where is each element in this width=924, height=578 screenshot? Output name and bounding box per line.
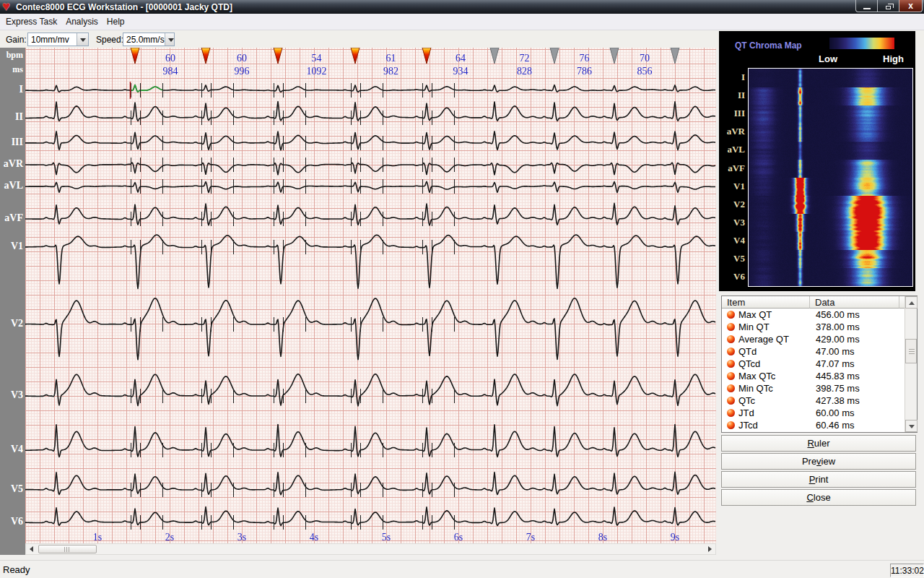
lead-label-V6: V6 [0,516,23,527]
gain-dropdown-arrow-icon[interactable] [77,33,88,46]
scale-low-label: Low [819,53,837,64]
result-bullet-icon [727,335,735,343]
chroma-lead-label-V3: V3 [719,217,745,228]
lead-label-V4: V4 [0,444,23,455]
result-row-average-qt[interactable]: Average QT429.00 ms [722,333,905,345]
qt-chroma-map-panel: QT Chroma Map Low High IIIIIIaVRaVLaVFV1… [719,31,915,291]
gain-label: Gain: [6,35,27,45]
status-text: Ready [3,564,30,575]
restore-button[interactable] [877,0,899,12]
scale-high-label: High [883,53,904,64]
result-row-min-qtc[interactable]: Min QTc398.75 ms [722,382,905,394]
result-row-max-qt[interactable]: Max QT456.00 ms [722,309,905,321]
result-row-min-qt[interactable]: Min QT378.00 ms [722,321,905,333]
qt-results-table: Item Data Max QT456.00 msMin QT378.00 ms… [721,296,918,433]
lead-label-aVF: aVF [0,212,23,224]
scroll-up-icon[interactable] [905,296,918,309]
result-bullet-icon [727,397,735,405]
result-item-label: QTc [738,395,755,406]
scroll-left-icon[interactable] [30,546,33,552]
ecg-strip-chart[interactable] [25,48,716,543]
speed-select[interactable]: 25.0mm/s [123,33,175,46]
menu-item-express-task[interactable]: Express Task [6,17,57,27]
result-item-value: 445.83 ms [816,371,860,381]
menu-item-analysis[interactable]: Analysis [66,17,98,27]
column-header-item[interactable]: Item [722,296,810,309]
result-bullet-icon [727,409,735,417]
lead-label-II: II [0,111,23,123]
result-row-qtcd[interactable]: QTcd47.07 ms [722,358,905,370]
window-title: Contec8000 ECG Workstation - [0000001 Ja… [16,2,232,12]
chroma-lead-label-II: II [719,90,745,101]
chroma-heatmap-frame [748,68,913,287]
chroma-lead-label-V6: V6 [719,271,745,282]
result-item-label: QTd [738,346,757,357]
result-row-qtc[interactable]: QTc427.38 ms [722,394,905,407]
result-item-value: 60.46 ms [816,420,854,431]
result-row-qtd[interactable]: QTd47.00 ms [722,345,905,358]
menu-item-help[interactable]: Help [107,17,125,27]
minimize-button[interactable] [855,0,878,12]
result-bullet-icon [727,372,735,380]
chroma-lead-label-aVF: aVF [719,163,745,174]
print-button[interactable]: Print [721,471,916,488]
bpm-row-label: bpm [0,50,23,61]
app-heart-icon: ♥ [2,0,10,14]
preview-button[interactable]: Preview [721,453,916,470]
restore-icon [886,6,891,9]
result-bullet-icon [727,348,735,355]
table-scrollbar[interactable] [905,296,917,432]
lead-label-aVL: aVL [0,180,23,191]
chroma-lead-label-I: I [719,72,745,83]
title-bar: ♥ Contec8000 ECG Workstation - [0000001 … [0,0,924,14]
result-row-max-qtc[interactable]: Max QTc445.83 ms [722,370,905,382]
lead-label-aVR: aVR [0,158,23,170]
result-bullet-icon [727,421,735,429]
result-bullet-icon [727,360,735,368]
ruler-button[interactable]: Ruler [721,435,916,452]
scroll-down-icon[interactable] [905,420,918,432]
lead-label-V1: V1 [0,241,23,252]
result-item-value: 456.00 ms [816,309,860,320]
lead-label-V3: V3 [0,389,23,401]
gain-select[interactable]: 10mm/mv [27,33,89,46]
speed-label: Speed: [96,35,123,45]
result-bullet-icon [727,311,735,319]
column-header-data[interactable]: Data [810,296,899,309]
result-item-label: Max QT [738,309,772,320]
scroll-right-icon[interactable] [708,546,712,552]
result-row-jtd[interactable]: JTd60.00 ms [722,407,905,419]
scrollbar-thumb[interactable] [38,545,97,553]
result-bullet-icon [727,323,735,331]
result-row-jtcd[interactable]: JTcd60.46 ms [722,419,905,431]
lead-label-V2: V2 [0,318,23,329]
result-item-value: 47.00 ms [816,346,854,357]
result-item-value: 60.00 ms [816,407,854,418]
menu-bar: Express TaskAnalysisHelp [0,14,924,30]
result-item-label: QTcd [738,358,760,369]
close-icon: x [899,1,922,11]
chroma-lead-label-III: III [719,108,745,119]
result-item-value: 47.07 ms [816,358,854,369]
result-item-label: Max QTc [738,371,775,381]
ecg-horizontal-scrollbar[interactable] [25,543,716,555]
speed-dropdown-arrow-icon[interactable] [165,33,174,46]
table-scrollbar-thumb[interactable] [905,339,917,363]
chroma-lead-label-aVL: aVL [719,144,745,155]
result-item-value: 398.75 ms [816,383,860,394]
chroma-lead-label-V4: V4 [719,235,745,246]
chroma-lead-label-V2: V2 [719,199,745,210]
lead-label-V5: V5 [0,483,23,495]
lead-label-gutter: bpmmsIIIIIIaVRaVLaVFV1V2V3V4V5V6 [0,48,25,555]
minimize-icon [863,8,871,9]
status-clock: 11:33:02 [890,564,924,577]
result-item-label: Min QT [738,322,770,332]
ms-row-label: ms [0,64,23,75]
close-window-button[interactable]: x [899,0,923,12]
close-button[interactable]: Close [721,489,916,506]
result-item-value: 378.00 ms [816,322,860,332]
result-bullet-icon [727,384,735,392]
chroma-map-title: QT Chroma Map [735,40,802,51]
chroma-lead-label-aVR: aVR [719,126,745,137]
chroma-lead-label-V5: V5 [719,253,745,264]
